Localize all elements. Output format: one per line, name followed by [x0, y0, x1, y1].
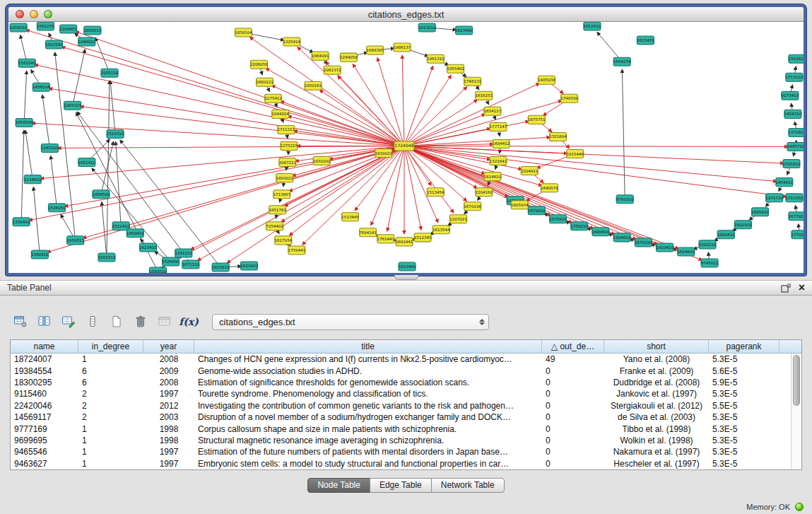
- graph-node[interactable]: 1770110: [792, 230, 804, 239]
- graph-node[interactable]: 1623420: [240, 262, 258, 270]
- graph-node[interactable]: 3067211: [278, 158, 296, 167]
- graph-node[interactable]: 1651761: [269, 206, 286, 214]
- graph-node[interactable]: 1915446: [566, 150, 584, 158]
- scrollbar-thumb[interactable]: [793, 355, 800, 406]
- graph-node[interactable]: 2526050: [48, 204, 66, 212]
- graph-node[interactable]: 1370810: [789, 128, 804, 136]
- column-header[interactable]: pagerank: [709, 340, 779, 353]
- graph-node[interactable]: 1713667: [273, 190, 290, 199]
- graph-node[interactable]: 1617934: [274, 236, 292, 245]
- graph-node[interactable]: 1654123: [484, 107, 502, 115]
- graph-node[interactable]: 1950513: [66, 236, 84, 245]
- graph-node[interactable]: 1777147: [490, 122, 507, 131]
- graph-node[interactable]: 1208455: [59, 25, 77, 33]
- graph-node[interactable]: 7254402: [266, 222, 283, 230]
- graph-node[interactable]: 1910410: [656, 243, 673, 252]
- select-columns-button[interactable]: [34, 313, 55, 331]
- graph-node[interactable]: 1623410: [139, 243, 157, 252]
- graph-node[interactable]: 1664091: [312, 52, 329, 60]
- graph-node[interactable]: 2526690: [162, 257, 180, 266]
- graph-node[interactable]: 1910810: [789, 54, 804, 63]
- graph-node[interactable]: 1961372: [324, 66, 341, 74]
- graph-node[interactable]: 1623480: [399, 262, 416, 271]
- table-row[interactable]: 1938455462009Genome-wide association stu…: [11, 365, 801, 376]
- graph-node[interactable]: 1668395: [366, 46, 384, 54]
- graph-node[interactable]: 1265100: [41, 144, 59, 152]
- graph-node[interactable]: 9745012: [701, 259, 719, 267]
- graph-node[interactable]: 1445710: [787, 142, 804, 151]
- tab-node-table[interactable]: Node Table: [307, 478, 370, 493]
- graph-node[interactable]: 2520310: [107, 129, 124, 138]
- graph-node[interactable]: 1241110: [175, 249, 192, 257]
- network-canvas[interactable]: 1856510168125512084551660510191254110489…: [8, 22, 804, 273]
- vertical-scrollbar[interactable]: [791, 354, 801, 469]
- graph-node[interactable]: 1986137: [394, 43, 411, 52]
- graph-node[interactable]: 1759441: [288, 246, 306, 255]
- table-row[interactable]: 911546021997Tourette syndrome. Phenomeno…: [11, 388, 801, 399]
- graph-node[interactable]: 1512345: [414, 233, 432, 242]
- graph-node[interactable]: 2204160: [475, 188, 493, 197]
- table-row[interactable]: 946554611997Estimation of the future num…: [11, 446, 801, 457]
- graph-node[interactable]: 1856500: [93, 190, 110, 199]
- graph-node[interactable]: 1623460: [455, 26, 473, 35]
- graph-node[interactable]: 1677010: [789, 212, 804, 221]
- column-header[interactable]: △ out_de…: [542, 340, 604, 353]
- graph-node[interactable]: 1850161: [305, 81, 322, 90]
- graph-node[interactable]: 1746131: [464, 77, 481, 86]
- graph-node[interactable]: 1691441: [396, 238, 413, 246]
- graph-node[interactable]: 1724049: [394, 141, 414, 151]
- column-header[interactable]: title: [194, 340, 542, 353]
- column-header[interactable]: in_degree: [78, 340, 143, 353]
- graph-node[interactable]: 1275215: [281, 141, 298, 150]
- graph-node[interactable]: 1681255: [37, 22, 54, 30]
- graph-node[interactable]: 1812410: [584, 22, 601, 30]
- graph-node[interactable]: 2206058: [250, 60, 268, 69]
- graph-node[interactable]: 1671110: [182, 260, 200, 269]
- network-graph[interactable]: 1856510168125512084551660510191254110489…: [8, 22, 804, 273]
- graph-node[interactable]: 1595810: [783, 160, 801, 168]
- close-panel-icon[interactable]: ×: [799, 283, 805, 293]
- graph-node[interactable]: 1048910: [78, 37, 95, 46]
- graph-node[interactable]: 1804610: [613, 233, 631, 242]
- graph-node[interactable]: 1485038: [538, 76, 555, 84]
- table-row[interactable]: 1456911722003Disruption of a novel membe…: [11, 411, 801, 423]
- graph-node[interactable]: 1679010: [528, 206, 546, 215]
- graph-node[interactable]: 1605410: [751, 208, 769, 216]
- graph-node[interactable]: 1830202: [313, 157, 331, 165]
- graph-node[interactable]: 1207021: [449, 215, 467, 223]
- graph-node[interactable]: 1844204: [271, 110, 289, 118]
- graph-node[interactable]: 1501510: [98, 253, 116, 262]
- graph-node[interactable]: 1670196: [464, 202, 481, 211]
- network-table-selector[interactable]: citations_edges.txt: [212, 314, 489, 330]
- graph-node[interactable]: 1660510: [84, 26, 102, 35]
- graph-node[interactable]: 1649579: [541, 184, 558, 192]
- graph-node[interactable]: 9273410: [782, 91, 799, 100]
- graph-node[interactable]: 1651410: [78, 158, 95, 167]
- new-document-button[interactable]: [106, 313, 127, 331]
- tab-edge-table[interactable]: Edge Table: [370, 478, 432, 493]
- delete-table-button[interactable]: [130, 313, 151, 331]
- graph-node[interactable]: 1561041: [18, 59, 36, 67]
- graph-node[interactable]: 1805934: [511, 201, 529, 209]
- graph-node[interactable]: 1613544: [433, 226, 450, 234]
- panel-grabber[interactable]: [394, 275, 418, 280]
- table-row[interactable]: 946362711997Embryonic stem cells: a mode…: [11, 458, 801, 469]
- graph-node[interactable]: 1856504: [16, 118, 33, 127]
- graph-node[interactable]: 1875751: [528, 115, 546, 124]
- column-header[interactable]: year: [143, 340, 194, 353]
- graph-node[interactable]: 1580510: [149, 267, 167, 273]
- graph-node[interactable]: 1330410: [13, 218, 30, 226]
- graph-node[interactable]: 1912541: [45, 40, 63, 49]
- graph-node[interactable]: 1265103: [64, 101, 81, 110]
- graph-node[interactable]: 1830022: [375, 149, 392, 158]
- graph-node[interactable]: 1710350: [786, 194, 804, 202]
- graph-node[interactable]: 1809410: [717, 230, 735, 239]
- graph-node[interactable]: 7694141: [359, 228, 377, 237]
- edit-table-button[interactable]: [58, 313, 79, 331]
- graph-node[interactable]: 1916210: [699, 240, 717, 249]
- graph-node[interactable]: 1604412: [493, 139, 510, 148]
- graph-node[interactable]: 1955482: [447, 64, 464, 73]
- graph-node[interactable]: 1225414: [283, 37, 301, 46]
- graph-node[interactable]: 1713110: [786, 73, 804, 81]
- window-titlebar[interactable]: citations_edges.txt: [8, 7, 804, 22]
